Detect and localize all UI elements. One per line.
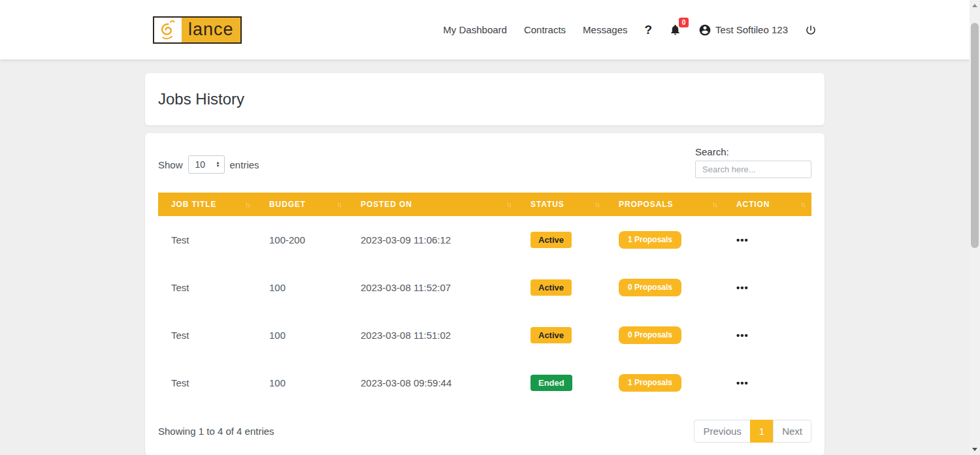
search-input[interactable]	[695, 161, 811, 178]
scrollbar-thumb[interactable]	[971, 23, 979, 248]
cell-posted-on: 2023-03-08 11:51:02	[348, 311, 517, 359]
pagination: Previous 1 Next	[694, 420, 811, 443]
help-icon[interactable]: ?	[644, 23, 652, 37]
user-name: Test Softileo 123	[715, 24, 788, 35]
show-label: Show	[158, 159, 183, 170]
scrollbar-down-arrow-icon[interactable]	[970, 444, 980, 455]
proposals-badge[interactable]: 0 Proposals	[619, 279, 681, 296]
table-row: Test 100 2023-03-08 11:52:07 Active 0 Pr…	[158, 264, 811, 311]
next-page-button[interactable]: Next	[773, 420, 811, 443]
show-entries-control: Show 10 ▲▼ entries	[158, 155, 259, 174]
status-badge: Ended	[531, 375, 572, 392]
top-navbar: lance My Dashboard Contracts Messages ? …	[0, 0, 970, 59]
page-title-card: Jobs History	[145, 73, 825, 125]
brand-glyph-icon	[159, 20, 177, 40]
column-header-job-title[interactable]: JOB TITLE↑↓	[158, 193, 256, 216]
sort-icon: ↑↓	[712, 200, 717, 208]
row-actions-button[interactable]: •••	[736, 282, 749, 293]
cell-posted-on: 2023-03-08 11:52:07	[348, 264, 517, 311]
row-actions-button[interactable]: •••	[736, 234, 749, 245]
search-control: Search:	[695, 146, 811, 178]
proposals-badge[interactable]: 1 Proposals	[619, 231, 681, 248]
jobs-table-card: Show 10 ▲▼ entries Search:	[145, 133, 825, 455]
table-header-row: JOB TITLE↑↓ BUDGET↑↓ POSTED ON↑↓ STATUS↑…	[158, 193, 811, 216]
sort-icon: ↑↓	[245, 200, 250, 208]
sort-icon: ↑↓	[595, 200, 599, 208]
brand-wordmark: lance	[188, 20, 234, 40]
cell-budget: 100	[256, 311, 348, 359]
cell-posted-on: 2023-03-09 11:06:12	[348, 216, 517, 264]
column-header-status[interactable]: STATUS↑↓	[517, 193, 606, 216]
sort-icon: ↑↓	[506, 200, 511, 208]
page-size-value: 10	[195, 159, 206, 170]
brand-glyph-box	[154, 18, 182, 42]
status-badge: Active	[531, 279, 572, 296]
row-actions-button[interactable]: •••	[736, 377, 749, 388]
browser-scrollbar[interactable]	[970, 0, 980, 455]
user-avatar-icon	[698, 24, 711, 37]
nav-link-my-dashboard[interactable]: My Dashboard	[443, 24, 507, 35]
notifications-button[interactable]: 0	[669, 23, 681, 37]
brand-wordmark-box: lance	[182, 18, 240, 42]
cell-budget: 100	[256, 264, 348, 311]
cell-budget: 100-200	[256, 216, 348, 264]
brand-logo[interactable]: lance	[153, 16, 242, 44]
page-size-select[interactable]: 10 ▲▼	[188, 155, 225, 174]
entries-summary: Showing 1 to 4 of 4 entries	[158, 426, 274, 437]
table-row: Test 100 2023-03-08 09:59:44 Ended 1 Pro…	[158, 359, 811, 407]
table-row: Test 100 2023-03-08 11:51:02 Active 0 Pr…	[158, 311, 811, 359]
cell-job-title: Test	[158, 264, 256, 311]
entries-label: entries	[230, 159, 259, 170]
status-badge: Active	[531, 327, 572, 344]
search-label: Search:	[695, 146, 729, 157]
page-number-button[interactable]: 1	[750, 420, 774, 443]
nav-link-messages[interactable]: Messages	[583, 24, 627, 35]
sort-icon: ↑↓	[800, 200, 805, 208]
status-badge: Active	[531, 232, 572, 249]
main-content: Jobs History Show 10 ▲▼ entries Search:	[145, 59, 825, 455]
proposals-badge[interactable]: 1 Proposals	[619, 374, 681, 391]
column-header-posted-on[interactable]: POSTED ON↑↓	[348, 193, 517, 216]
table-row: Test 100-200 2023-03-09 11:06:12 Active …	[158, 216, 811, 264]
nav-link-contracts[interactable]: Contracts	[524, 24, 566, 35]
column-header-budget[interactable]: BUDGET↑↓	[256, 193, 348, 216]
previous-page-button[interactable]: Previous	[694, 420, 750, 443]
table-footer: Showing 1 to 4 of 4 entries Previous 1 N…	[158, 420, 811, 443]
page-title: Jobs History	[158, 90, 811, 108]
power-icon	[805, 24, 817, 36]
row-actions-button[interactable]: •••	[736, 330, 749, 341]
sort-icon: ↑↓	[336, 200, 341, 208]
cell-budget: 100	[256, 359, 348, 407]
logout-button[interactable]	[805, 24, 817, 36]
table-controls: Show 10 ▲▼ entries Search:	[158, 146, 811, 178]
scrollbar-up-arrow-icon[interactable]	[970, 0, 980, 11]
column-header-proposals[interactable]: PROPOSALS↑↓	[606, 193, 723, 216]
app-root: lance My Dashboard Contracts Messages ? …	[0, 0, 970, 455]
user-menu[interactable]: Test Softileo 123	[698, 24, 788, 37]
column-header-action[interactable]: ACTION↑↓	[723, 193, 811, 216]
table-body: Test 100-200 2023-03-09 11:06:12 Active …	[158, 216, 811, 407]
cell-job-title: Test	[158, 216, 256, 264]
cell-posted-on: 2023-03-08 09:59:44	[348, 359, 517, 407]
select-arrows-icon: ▲▼	[216, 161, 220, 168]
cell-job-title: Test	[158, 311, 256, 359]
notification-count-badge: 0	[679, 18, 689, 27]
jobs-table: JOB TITLE↑↓ BUDGET↑↓ POSTED ON↑↓ STATUS↑…	[158, 193, 811, 407]
cell-job-title: Test	[158, 359, 256, 407]
nav-menu: My Dashboard Contracts Messages ? 0 Test…	[443, 23, 817, 37]
proposals-badge[interactable]: 0 Proposals	[619, 326, 681, 343]
